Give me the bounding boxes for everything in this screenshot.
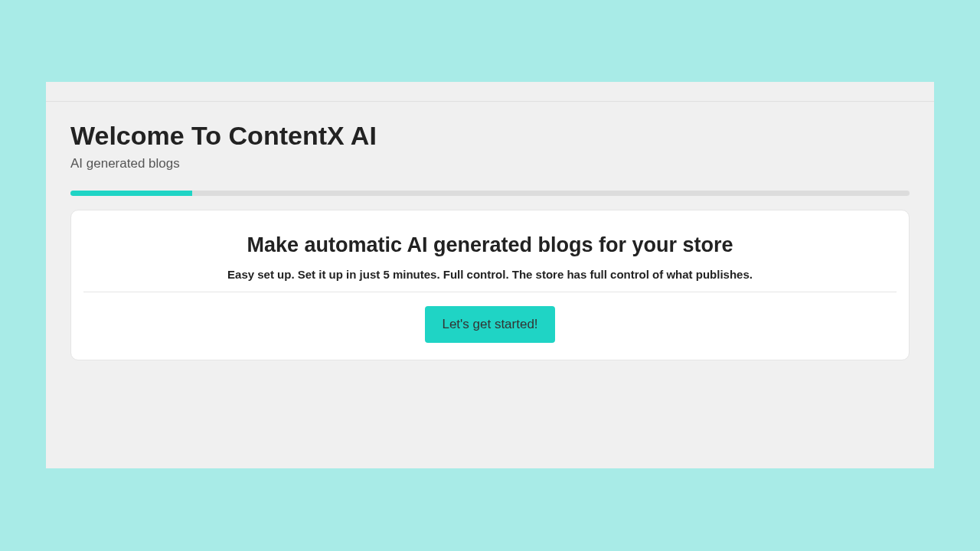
progress-fill <box>70 191 192 196</box>
get-started-button[interactable]: Let's get started! <box>425 306 554 343</box>
card-description: Easy set up. Set it up in just 5 minutes… <box>83 268 897 292</box>
page-subtitle: AI generated blogs <box>70 156 910 171</box>
top-divider <box>46 101 934 102</box>
header: Welcome To ContentX AI AI generated blog… <box>70 82 910 171</box>
onboarding-panel: Welcome To ContentX AI AI generated blog… <box>46 82 934 468</box>
progress-bar <box>70 191 910 196</box>
card-divider <box>83 292 897 292</box>
card-heading: Make automatic AI generated blogs for yo… <box>83 233 897 257</box>
page-title: Welcome To ContentX AI <box>70 120 910 152</box>
onboarding-card: Make automatic AI generated blogs for yo… <box>70 210 910 360</box>
